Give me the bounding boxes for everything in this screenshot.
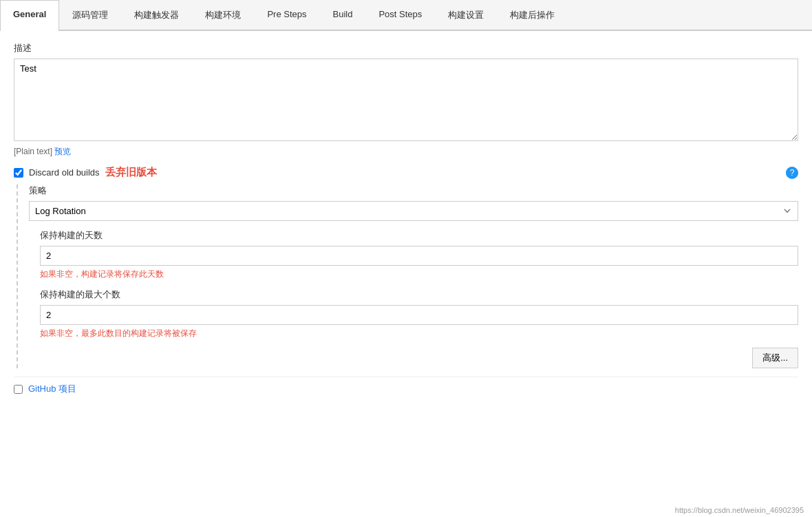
discard-builds-label: Discard old builds (29, 167, 100, 178)
keep-max-hint: 如果非空，最多此数目的构建记录将被保存 (40, 328, 798, 339)
plain-text-label: [Plain text] (14, 147, 52, 156)
description-label: 描述 (14, 42, 798, 54)
keep-max-input[interactable] (40, 305, 798, 325)
preview-row: [Plain text] 预览 (14, 146, 798, 158)
keep-days-input[interactable] (40, 246, 798, 266)
advanced-row: 高级... (40, 348, 798, 368)
strategy-label: 策略 (29, 184, 798, 197)
discard-builds-chinese-label: 丢弃旧版本 (105, 166, 157, 179)
preview-link[interactable]: 预览 (54, 147, 71, 156)
github-checkbox[interactable] (14, 385, 23, 394)
tab-build[interactable]: Build (320, 0, 366, 30)
main-content: 描述 Test [Plain text] 预览 Discard old buil… (0, 31, 812, 406)
keep-max-label: 保持构建的最大个数 (40, 288, 798, 301)
strategy-select[interactable]: Log Rotation Keep all builds (29, 201, 798, 221)
tab-bar: General 源码管理 构建触发器 构建环境 Pre Steps Build … (0, 0, 812, 31)
inner-section: 保持构建的天数 如果非空，构建记录将保存此天数 保持构建的最大个数 如果非空，最… (29, 229, 798, 368)
tab-presteps[interactable]: Pre Steps (254, 0, 319, 30)
tab-settings[interactable]: 构建设置 (435, 0, 497, 30)
tab-general[interactable]: General (0, 0, 59, 31)
github-row: GitHub 项目 (14, 377, 798, 395)
keep-max-group: 保持构建的最大个数 如果非空，最多此数目的构建记录将被保存 (40, 288, 798, 339)
keep-days-group: 保持构建的天数 如果非空，构建记录将保存此天数 (40, 229, 798, 280)
tab-postbuild[interactable]: 构建后操作 (497, 0, 568, 30)
tab-source[interactable]: 源码管理 (59, 0, 121, 30)
help-icon[interactable]: ? (786, 167, 798, 179)
github-label: GitHub 项目 (28, 383, 76, 395)
keep-days-hint: 如果非空，构建记录将保存此天数 (40, 268, 798, 280)
description-textarea[interactable]: Test (14, 59, 798, 141)
tab-trigger[interactable]: 构建触发器 (121, 0, 192, 30)
keep-days-label: 保持构建的天数 (40, 229, 798, 242)
advanced-button[interactable]: 高级... (752, 348, 798, 368)
indented-section: 策略 Log Rotation Keep all builds 保持构建的天数 … (17, 184, 798, 368)
tab-env[interactable]: 构建环境 (192, 0, 254, 30)
tab-poststeps[interactable]: Post Steps (365, 0, 435, 30)
discard-builds-checkbox[interactable] (14, 168, 23, 178)
discard-builds-row: Discard old builds 丢弃旧版本 ? (14, 166, 798, 179)
